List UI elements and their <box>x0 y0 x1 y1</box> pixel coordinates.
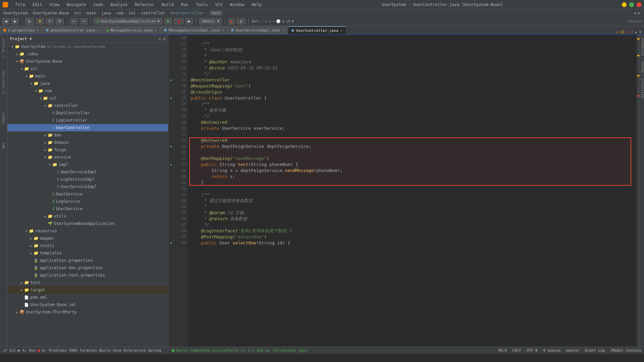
tree-item-templates[interactable]: ▶ 📁 templates <box>7 249 168 257</box>
toolbar-refresh-btn[interactable]: ↻ <box>25 18 34 25</box>
tree-item-logservice[interactable]: I LogService <box>7 198 168 205</box>
bc-java[interactable]: java <box>101 11 111 15</box>
tab-close-messageserviceimpl[interactable]: ✕ <box>222 28 224 33</box>
statusbar-indent[interactable]: 4 spaces <box>543 348 561 353</box>
run-config-selector[interactable]: ▶ UserSyatemBaseApplication ▼ <box>94 18 163 24</box>
tree-item-pom[interactable]: 📄 pom.xml <box>7 294 168 301</box>
toolbar-back-btn[interactable]: ◀ <box>2 18 9 24</box>
tab-messageservice[interactable]: ● MessageService.java ✕ <box>103 26 161 34</box>
tree-item-dao[interactable]: ▶ 📁 dao <box>7 131 168 139</box>
tree-item-controller[interactable]: ▼ 📁 controller <box>7 102 168 109</box>
tree-item-app-dev-props[interactable]: 🍃 application-dev.properties <box>7 264 168 272</box>
bc-back-icon[interactable]: ◀ <box>634 11 636 15</box>
pause-btn[interactable]: ⏸ <box>237 18 245 24</box>
tree-item-zxl[interactable]: ▼ 📁 zxl <box>7 95 168 102</box>
code-content[interactable]: /** * (User)表控制层 * * @author makejava * … <box>188 35 637 347</box>
bc-main[interactable]: main <box>87 11 96 15</box>
statusbar-todo[interactable]: TODO <box>69 348 78 353</box>
toolbar-undo-btn[interactable]: ↩ <box>70 18 78 24</box>
tree-item-impl[interactable]: ▼ 📁 impl <box>7 161 168 168</box>
menu-navigate[interactable]: Navigate <box>65 2 88 8</box>
git-history-icon[interactable]: 🕐 <box>276 19 281 23</box>
menu-refactor[interactable]: Refactor <box>133 2 156 8</box>
panel-tab-database[interactable]: Database <box>640 35 644 58</box>
statusbar-spring[interactable]: Spring <box>148 348 161 353</box>
menu-run[interactable]: Run <box>180 2 190 8</box>
menu-tools[interactable]: Tools <box>195 2 209 8</box>
git-update-icon[interactable]: ↑ <box>266 19 268 23</box>
tree-item-resources[interactable]: ▼ 📁 resources <box>7 227 168 235</box>
tree-item-deptcontroller[interactable]: C DeptController <box>7 109 168 117</box>
tree-item-domain[interactable]: ▶ 📁 domain <box>7 139 168 146</box>
bc-zxl[interactable]: zxl <box>128 11 136 15</box>
panel-tab-maven[interactable]: Maven <box>640 58 644 75</box>
run-icon[interactable]: ▶ <box>170 240 172 246</box>
run-icon[interactable]: ▶ <box>170 162 172 168</box>
git-check-icon[interactable]: ✓ <box>262 19 264 23</box>
tree-item-iml[interactable]: 📄 UserSyatem-Base.iml <box>7 301 168 308</box>
tree-item-feign[interactable]: ▶ 📁 feign <box>7 146 168 154</box>
git-more-icon[interactable]: ⋯ <box>273 19 275 23</box>
statusbar-jrebel-console[interactable]: JRebel Console <box>610 348 641 353</box>
tree-item-logcontroller[interactable]: C LogController <box>7 117 168 124</box>
statusbar-run[interactable]: ▶ 4: Run <box>18 348 36 353</box>
panel-tab-jrebel[interactable]: JRebel <box>1 110 6 126</box>
tab-close-messageservice[interactable]: ✕ <box>155 28 157 33</box>
tab-userserviceimpl[interactable]: UserServiceImpl.java ✕ <box>228 26 288 34</box>
menu-help[interactable]: Help <box>251 2 263 8</box>
toolbar-build-btn[interactable]: ⚙ <box>36 18 44 24</box>
tree-item-app-test-props[interactable]: 🍃 application-test.properties <box>7 272 168 279</box>
statusbar-git[interactable]: ⎇ Git <box>3 348 16 353</box>
tree-item-utils[interactable]: ▶ 📁 utils <box>7 213 168 220</box>
bc-usercontroller[interactable]: UserController <box>170 11 204 15</box>
maximize-button[interactable] <box>629 2 634 7</box>
tree-item-main[interactable]: ▼ 📁 main <box>7 72 168 80</box>
bc-forward-icon[interactable]: ▶ <box>638 11 641 15</box>
panel-tab-retrutool[interactable]: RetruTool <box>640 75 644 101</box>
minimize-button[interactable] <box>622 2 627 7</box>
tab-close-phonecontroller[interactable]: ✕ <box>97 28 100 33</box>
run-icon[interactable]: ▶ <box>170 95 172 101</box>
tree-item-usersyatembase[interactable]: ▼ 📦 UserSyatem-Base <box>7 58 168 65</box>
tab-properties[interactable]: n.properties ✕ <box>0 26 43 34</box>
run-icon[interactable]: ▶ <box>170 143 172 149</box>
statusbar-build[interactable]: Build <box>99 348 110 353</box>
bc-usersystem[interactable]: UserSystem <box>3 11 28 15</box>
menu-edit[interactable]: Edit <box>31 2 44 8</box>
bc-src[interactable]: src <box>74 11 82 15</box>
tree-item-mapper[interactable]: ▶ 📁 mapper <box>7 235 168 242</box>
statusbar-event-log[interactable]: Event Log <box>585 348 605 353</box>
bc-com[interactable]: com <box>116 11 123 15</box>
run-icon[interactable]: ▶ <box>170 77 172 83</box>
statusbar-charset[interactable]: UTF-8 <box>527 348 538 353</box>
statusbar-crlf[interactable]: CRLF <box>512 348 521 353</box>
tree-item-usersyatembaseapp[interactable]: 🌱 UserSyatemBaseApplication <box>7 220 168 227</box>
tree-item-target[interactable]: ▶ 📁 target <box>7 286 168 294</box>
toolbar-sync-btn[interactable]: ⟳ <box>46 18 54 24</box>
menu-view[interactable]: View <box>48 2 61 8</box>
sidebar-gear-icon[interactable]: ⚙ <box>159 37 161 41</box>
toolbar-redo-btn[interactable]: ↪ <box>80 18 88 24</box>
menu-file[interactable]: File <box>14 2 26 8</box>
tree-item-deptserviceimpl[interactable]: C DeptServiceImpl <box>7 168 168 176</box>
panel-tab-project[interactable]: 1: Project <box>1 36 6 60</box>
tree-item-com[interactable]: ▼ 📁 com <box>7 87 168 95</box>
menu-vcs[interactable]: VCS <box>214 2 224 8</box>
sidebar-collapse-icon[interactable]: ≡ <box>163 37 165 41</box>
tab-close-userserviceimpl[interactable]: ✕ <box>282 28 284 33</box>
menu-code[interactable]: Code <box>92 2 105 8</box>
statusbar-terminal[interactable]: Terminal <box>79 348 97 353</box>
menu-build[interactable]: Build <box>160 2 175 8</box>
bc-controller[interactable]: controller <box>141 11 165 15</box>
git-revert-icon[interactable]: ↺ <box>282 19 284 23</box>
tree-item-deptservice[interactable]: I DeptService <box>7 190 168 198</box>
debug-btn[interactable]: 🐞 <box>174 18 183 24</box>
tab-close-properties[interactable]: ✕ <box>37 28 39 33</box>
jrebel-dropdown[interactable]: JRebel ▼ <box>199 18 222 24</box>
bc-base[interactable]: UserSyatem-Base <box>33 11 69 15</box>
git-branch-icon[interactable]: ⎇ <box>286 19 290 23</box>
tree-item-usercontroller[interactable]: C UserController <box>7 124 168 131</box>
tree-item-service[interactable]: ▼ 📁 service <box>7 154 168 161</box>
tree-item-userserviceimpl[interactable]: C UserServiceImpl <box>7 183 168 190</box>
tree-item-userservice[interactable]: I UserService <box>7 205 168 213</box>
